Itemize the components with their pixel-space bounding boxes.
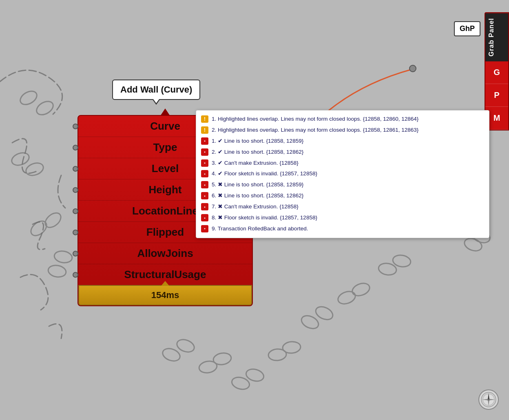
svg-point-5 [42,210,64,230]
connector-height [73,187,78,193]
error-panel: ! 1. Highlighted lines overlap. Lines ma… [196,110,489,238]
error-item-6: ▪ 4. ✔ Floor sketch is invalid. {12857, … [196,168,489,179]
svg-point-19 [351,281,372,298]
component-up-arrow [160,108,170,116]
connector-curve [73,124,78,129]
svg-point-9 [175,337,196,354]
error-text-5: 3. ✔ Can't make Extrusion. {12858} [212,159,299,167]
error-item-2: ! 2. Highlighted lines overlap. Lines ma… [196,125,489,136]
error-text-7: 5. ✖ Line is too short. {12858, 12859} [212,181,303,189]
svg-point-4 [28,218,49,239]
error-text-10: 8. ✖ Floor sketch is invalid. {12857, 12… [212,214,317,222]
error-text-9: 7. ✖ Can't make Extrusion. {12858} [212,203,299,211]
svg-point-26 [409,65,416,72]
component-row-allowjoins: AllowJoins [78,243,252,264]
error-icon-3: ▪ [201,137,208,145]
error-item-11: ▪ 9. Transaction RolledBack and aborted. [196,223,489,234]
timer-value: 154ms [151,290,179,300]
svg-point-1 [34,99,55,117]
svg-point-11 [212,351,232,366]
connector-structuralusage [73,272,78,278]
error-icon-11: ▪ [201,225,208,232]
svg-point-7 [47,264,67,278]
error-text-11: 9. Transaction RolledBack and aborted. [212,225,308,233]
svg-point-14 [268,348,287,361]
svg-point-8 [161,346,182,363]
grab-panel-item-p[interactable]: P [485,84,508,107]
connector-level [73,166,78,172]
error-icon-10: ▪ [201,214,208,221]
error-icon-8: ▪ [201,192,208,199]
connector-type [73,145,78,150]
compass-svg [480,391,497,408]
svg-point-10 [198,360,218,374]
warning-icon-1: ! [201,115,208,123]
error-item-9: ▪ 7. ✖ Can't make Extrusion. {12858} [196,201,489,212]
svg-point-21 [392,254,412,268]
svg-point-3 [24,161,45,177]
row-label-structuralusage: StructuralUsage [85,268,246,281]
svg-point-20 [378,262,397,276]
grab-panel-title: Grab Panel [485,13,508,61]
error-item-1: ! 1. Highlighted lines overlap. Lines ma… [196,114,489,125]
error-text-3: 1. ✔ Line is too short. {12858, 12859} [212,137,303,145]
grab-panel-item-g[interactable]: G [485,61,508,84]
ghp-text: GhP [460,24,475,33]
error-text-1: 1. Highlighted lines overlap. Lines may … [212,115,418,123]
compass-rose [478,389,499,410]
error-icon-4: ▪ [201,148,208,156]
timer-bar: 154ms [78,285,252,305]
tooltip-label: Add Wall (Curve) [120,84,192,95]
error-icon-7: ▪ [201,181,208,188]
svg-point-2 [10,150,31,167]
error-text-6: 4. ✔ Floor sketch is invalid. {12857, 12… [212,170,317,178]
tooltip-bubble: Add Wall (Curve) [112,80,200,100]
svg-point-18 [336,289,357,306]
connector-flipped [73,230,78,235]
svg-point-12 [230,376,251,391]
error-item-3: ▪ 1. ✔ Line is too short. {12858, 12859} [196,136,489,147]
svg-point-16 [299,313,321,331]
svg-point-15 [282,341,301,354]
error-item-7: ▪ 5. ✖ Line is too short. {12858, 12859} [196,179,489,190]
connector-allowjoins [73,251,78,256]
error-item-5: ▪ 3. ✔ Can't make Extrusion. {12858} [196,158,489,169]
error-icon-6: ▪ [201,170,208,177]
error-item-4: ▪ 2. ✔ Line is too short. {12858, 12862} [196,147,489,158]
error-text-8: 6. ✖ Line is too short. {12858, 12862} [212,192,303,200]
error-item-10: ▪ 8. ✖ Floor sketch is invalid. {12857, … [196,212,489,223]
svg-point-17 [314,304,335,322]
error-icon-5: ▪ [201,159,208,167]
svg-point-6 [53,250,73,264]
error-text-4: 2. ✔ Line is too short. {12858, 12862} [212,148,303,156]
row-label-allowjoins: AllowJoins [85,247,246,260]
svg-point-0 [18,88,39,107]
warning-icon-2: ! [201,126,208,134]
error-text-2: 2. Highlighted lines overlap. Lines may … [212,126,418,134]
ghp-label: GhP [454,21,480,36]
error-icon-9: ▪ [201,203,208,210]
error-item-8: ▪ 6. ✖ Line is too short. {12858, 12862} [196,190,489,201]
svg-point-13 [245,367,265,383]
connector-locationline [73,208,78,214]
svg-point-24 [463,236,484,253]
